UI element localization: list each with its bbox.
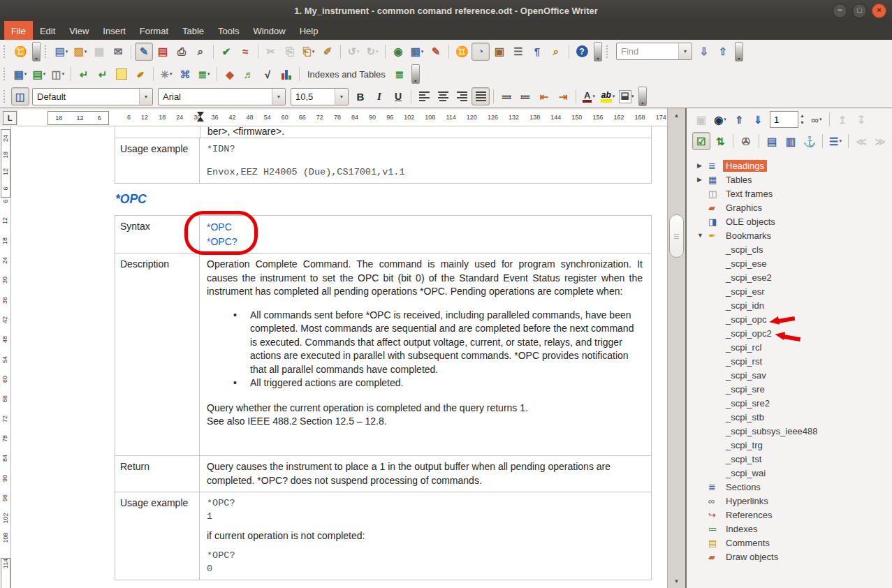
- expand-toggle[interactable]: ▶: [697, 176, 708, 183]
- insert-special-character-icon[interactable]: ⌘: [176, 65, 194, 83]
- vertical-ruler[interactable]: 2418126 61218243036424854606672788490961…: [0, 126, 11, 588]
- insert-index-entry-icon[interactable]: ≣: [390, 65, 409, 83]
- insert-table-icon[interactable]: ▦▾: [11, 65, 29, 83]
- tab-stop-selector[interactable]: L: [3, 111, 17, 125]
- set-reminder-icon[interactable]: ✇: [737, 132, 755, 150]
- tree-item-draw-objects[interactable]: ▰Draw objects: [687, 550, 892, 564]
- spellcheck-icon[interactable]: ✔: [217, 43, 235, 61]
- edit-file-icon[interactable]: ✎: [135, 43, 153, 61]
- tree-item-scpi-wai[interactable]: _scpi_wai: [687, 466, 892, 480]
- tree-item-scpi-ese2[interactable]: _scpi_ese2: [687, 270, 892, 284]
- tree-item-indexes[interactable]: ≔Indexes: [687, 522, 892, 536]
- find-input[interactable]: Find▼: [616, 43, 692, 60]
- find-toolbar-overflow[interactable]: ▾: [32, 42, 41, 61]
- navigation-icon[interactable]: ◉▾: [711, 110, 729, 128]
- tree-item-text-frames[interactable]: ◫Text frames: [687, 186, 892, 200]
- table-icon[interactable]: ▦▾: [408, 43, 426, 61]
- tree-item-graphics[interactable]: ▰Graphics: [687, 200, 892, 214]
- font-name-select-dropdown[interactable]: ▼: [272, 89, 285, 105]
- tree-item-scpi-tst[interactable]: _scpi_tst: [687, 452, 892, 466]
- paragraph-style-select-dropdown[interactable]: ▼: [139, 89, 152, 105]
- align-right-button[interactable]: [453, 87, 471, 105]
- insert-chart-icon[interactable]: [277, 65, 295, 83]
- insert-bookmark-icon[interactable]: ✒: [131, 65, 149, 83]
- standard-toolbar-overflow[interactable]: ▾: [594, 42, 602, 61]
- bold-button[interactable]: B: [351, 87, 370, 105]
- italic-button[interactable]: I: [370, 87, 388, 105]
- autospellcheck-icon[interactable]: ≈: [236, 43, 254, 61]
- content-view-icon[interactable]: ⇅: [711, 132, 729, 150]
- align-left-button[interactable]: [415, 87, 433, 105]
- insert-toolbar-overflow[interactable]: ▾: [411, 64, 420, 84]
- find-next-icon[interactable]: ⇩: [695, 43, 713, 61]
- drag-mode-icon[interactable]: ∞▾: [807, 110, 826, 128]
- tree-item-scpi-sre[interactable]: _scpi_sre: [687, 382, 892, 396]
- insert-column-break-icon[interactable]: ↵: [94, 65, 112, 83]
- menu-format[interactable]: Format: [133, 21, 175, 40]
- tree-item-scpi-idn[interactable]: _scpi_idn: [687, 298, 892, 312]
- previous-object-icon[interactable]: ⇑: [730, 110, 748, 128]
- tree-item-scpi-stb[interactable]: _scpi_stb: [687, 410, 892, 424]
- header-icon[interactable]: ▤: [763, 132, 781, 150]
- anchor-text-icon[interactable]: ⚓: [800, 132, 819, 150]
- font-name-select[interactable]: Arial▼: [158, 88, 286, 105]
- menu-help[interactable]: Help: [293, 21, 326, 40]
- data-sources-icon[interactable]: ☰: [509, 43, 527, 61]
- scroll-up-arrow[interactable]: ▲: [668, 110, 685, 121]
- scrollbar-thumb[interactable]: [669, 214, 684, 258]
- menu-tools[interactable]: Tools: [211, 21, 246, 40]
- bullet-list-icon[interactable]: ≔: [516, 87, 534, 105]
- page-spinner-value[interactable]: 1: [770, 111, 798, 128]
- find-binoculars-icon[interactable]: ♊: [11, 43, 29, 61]
- insert-section-icon[interactable]: ▤▾: [30, 65, 48, 83]
- indent-marker-top[interactable]: [197, 112, 204, 117]
- underline-button[interactable]: U: [389, 87, 407, 105]
- increase-indent-icon[interactable]: ⇥: [554, 87, 572, 105]
- export-pdf-icon[interactable]: ▤: [154, 43, 172, 61]
- decrease-indent-icon[interactable]: ⇤: [535, 87, 553, 105]
- font-color-button[interactable]: A▾: [580, 87, 598, 105]
- show-draw-functions-icon[interactable]: ✎: [427, 43, 445, 61]
- tree-item-hyperlinks[interactable]: ∞Hyperlinks: [687, 494, 892, 508]
- font-size-select-dropdown[interactable]: ▼: [335, 89, 348, 105]
- indent-marker-bottom[interactable]: [197, 117, 204, 122]
- expand-toggle[interactable]: ▶: [697, 162, 708, 169]
- tree-item-ole-objects[interactable]: ◨OLE objects: [687, 214, 892, 228]
- tree-item-headings[interactable]: ▶≣Headings: [687, 159, 892, 172]
- formatting-toolbar-overflow[interactable]: ▾: [638, 87, 647, 106]
- tree-item-tables[interactable]: ▶▦Tables: [687, 172, 892, 186]
- insert-formula-icon[interactable]: √: [258, 65, 277, 83]
- toolbar-drag-handle[interactable]: [3, 68, 8, 80]
- highlighting-button[interactable]: ab▾: [599, 87, 617, 105]
- next-object-icon[interactable]: ⇓: [749, 110, 767, 128]
- insert-fields-icon[interactable]: ≣▾: [195, 65, 213, 83]
- tree-item-scpi-subsys-ieee488[interactable]: _scpi_subsys_ieee488: [687, 424, 892, 438]
- title-bar[interactable]: 1. My_instrument - common comand referen…: [0, 0, 892, 21]
- tree-item-scpi-sav[interactable]: _scpi_sav: [687, 368, 892, 382]
- page-preview-icon[interactable]: ⌕: [191, 43, 210, 61]
- toolbar-drag-handle[interactable]: [3, 45, 8, 58]
- menu-table[interactable]: Table: [175, 21, 211, 40]
- minimize-button[interactable]: −: [833, 3, 847, 18]
- help-icon[interactable]: ?: [573, 43, 591, 61]
- format-paintbrush-icon[interactable]: ✐: [319, 43, 337, 61]
- find-replace-icon[interactable]: ♊: [453, 43, 471, 61]
- nonprinting-characters-icon[interactable]: ¶: [528, 43, 546, 61]
- page-spinner-steppers[interactable]: ▲▼: [800, 112, 805, 126]
- insert-note-icon[interactable]: ▤: [112, 65, 131, 83]
- gallery-icon[interactable]: ▣: [490, 43, 509, 61]
- background-color-button[interactable]: ⬓▾: [617, 87, 636, 105]
- insert-shapes-icon[interactable]: ◆: [221, 65, 239, 83]
- menu-file[interactable]: File: [4, 21, 33, 40]
- align-justify-button[interactable]: [471, 87, 490, 105]
- heading-levels-icon[interactable]: ☰▾: [826, 132, 845, 150]
- find-input-dropdown[interactable]: ▼: [678, 43, 692, 59]
- menu-insert[interactable]: Insert: [96, 21, 133, 40]
- toolbar-drag-handle[interactable]: [606, 45, 610, 58]
- menu-view[interactable]: View: [62, 21, 96, 40]
- findbar-overflow[interactable]: ▾: [735, 42, 743, 61]
- align-center-button[interactable]: [434, 87, 452, 105]
- insert-media-icon[interactable]: ♬: [240, 65, 258, 83]
- footer-icon[interactable]: ▥: [782, 132, 800, 150]
- find-previous-icon[interactable]: ⇧: [714, 43, 732, 61]
